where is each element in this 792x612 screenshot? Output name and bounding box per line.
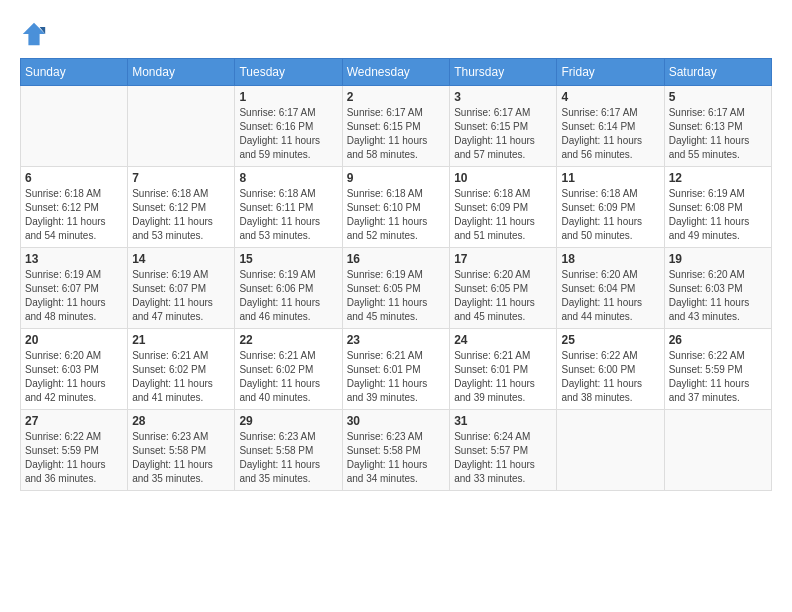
calendar-week-row: 6Sunrise: 6:18 AMSunset: 6:12 PMDaylight…: [21, 167, 772, 248]
day-info: Sunrise: 6:18 AMSunset: 6:12 PMDaylight:…: [132, 187, 230, 243]
calendar-day-cell: 13Sunrise: 6:19 AMSunset: 6:07 PMDayligh…: [21, 248, 128, 329]
calendar-day-cell: 30Sunrise: 6:23 AMSunset: 5:58 PMDayligh…: [342, 410, 450, 491]
day-number: 6: [25, 171, 123, 185]
calendar-day-cell: 9Sunrise: 6:18 AMSunset: 6:10 PMDaylight…: [342, 167, 450, 248]
day-number: 24: [454, 333, 552, 347]
calendar-day-cell: [664, 410, 771, 491]
day-number: 16: [347, 252, 446, 266]
calendar-day-cell: 3Sunrise: 6:17 AMSunset: 6:15 PMDaylight…: [450, 86, 557, 167]
calendar-day-cell: 25Sunrise: 6:22 AMSunset: 6:00 PMDayligh…: [557, 329, 664, 410]
day-info: Sunrise: 6:18 AMSunset: 6:09 PMDaylight:…: [454, 187, 552, 243]
day-number: 25: [561, 333, 659, 347]
calendar-week-row: 27Sunrise: 6:22 AMSunset: 5:59 PMDayligh…: [21, 410, 772, 491]
calendar-day-cell: 24Sunrise: 6:21 AMSunset: 6:01 PMDayligh…: [450, 329, 557, 410]
calendar-day-cell: 29Sunrise: 6:23 AMSunset: 5:58 PMDayligh…: [235, 410, 342, 491]
calendar-day-cell: 27Sunrise: 6:22 AMSunset: 5:59 PMDayligh…: [21, 410, 128, 491]
calendar-day-cell: 12Sunrise: 6:19 AMSunset: 6:08 PMDayligh…: [664, 167, 771, 248]
day-number: 5: [669, 90, 767, 104]
day-number: 14: [132, 252, 230, 266]
calendar-day-cell: 19Sunrise: 6:20 AMSunset: 6:03 PMDayligh…: [664, 248, 771, 329]
calendar-day-cell: 11Sunrise: 6:18 AMSunset: 6:09 PMDayligh…: [557, 167, 664, 248]
day-number: 19: [669, 252, 767, 266]
day-of-week-header: Monday: [128, 59, 235, 86]
calendar-day-cell: [21, 86, 128, 167]
calendar-day-cell: 22Sunrise: 6:21 AMSunset: 6:02 PMDayligh…: [235, 329, 342, 410]
calendar-day-cell: 17Sunrise: 6:20 AMSunset: 6:05 PMDayligh…: [450, 248, 557, 329]
day-info: Sunrise: 6:23 AMSunset: 5:58 PMDaylight:…: [132, 430, 230, 486]
day-info: Sunrise: 6:18 AMSunset: 6:09 PMDaylight:…: [561, 187, 659, 243]
calendar-day-cell: 18Sunrise: 6:20 AMSunset: 6:04 PMDayligh…: [557, 248, 664, 329]
calendar-day-cell: 21Sunrise: 6:21 AMSunset: 6:02 PMDayligh…: [128, 329, 235, 410]
day-number: 2: [347, 90, 446, 104]
calendar-day-cell: 23Sunrise: 6:21 AMSunset: 6:01 PMDayligh…: [342, 329, 450, 410]
day-info: Sunrise: 6:21 AMSunset: 6:02 PMDaylight:…: [132, 349, 230, 405]
calendar-week-row: 20Sunrise: 6:20 AMSunset: 6:03 PMDayligh…: [21, 329, 772, 410]
day-number: 10: [454, 171, 552, 185]
day-info: Sunrise: 6:19 AMSunset: 6:07 PMDaylight:…: [25, 268, 123, 324]
calendar-day-cell: 15Sunrise: 6:19 AMSunset: 6:06 PMDayligh…: [235, 248, 342, 329]
day-of-week-header: Sunday: [21, 59, 128, 86]
day-number: 12: [669, 171, 767, 185]
day-number: 9: [347, 171, 446, 185]
page-header: [20, 20, 772, 48]
day-info: Sunrise: 6:19 AMSunset: 6:08 PMDaylight:…: [669, 187, 767, 243]
logo-icon: [20, 20, 48, 48]
day-number: 3: [454, 90, 552, 104]
calendar-day-cell: [128, 86, 235, 167]
day-number: 17: [454, 252, 552, 266]
calendar-day-cell: 26Sunrise: 6:22 AMSunset: 5:59 PMDayligh…: [664, 329, 771, 410]
day-number: 21: [132, 333, 230, 347]
day-info: Sunrise: 6:21 AMSunset: 6:02 PMDaylight:…: [239, 349, 337, 405]
day-number: 11: [561, 171, 659, 185]
calendar-header-row: SundayMondayTuesdayWednesdayThursdayFrid…: [21, 59, 772, 86]
calendar-day-cell: 14Sunrise: 6:19 AMSunset: 6:07 PMDayligh…: [128, 248, 235, 329]
day-number: 30: [347, 414, 446, 428]
day-of-week-header: Friday: [557, 59, 664, 86]
day-number: 1: [239, 90, 337, 104]
day-info: Sunrise: 6:20 AMSunset: 6:05 PMDaylight:…: [454, 268, 552, 324]
day-info: Sunrise: 6:22 AMSunset: 5:59 PMDaylight:…: [669, 349, 767, 405]
day-info: Sunrise: 6:17 AMSunset: 6:15 PMDaylight:…: [347, 106, 446, 162]
day-of-week-header: Saturday: [664, 59, 771, 86]
svg-marker-0: [23, 23, 45, 45]
calendar-day-cell: 8Sunrise: 6:18 AMSunset: 6:11 PMDaylight…: [235, 167, 342, 248]
day-number: 15: [239, 252, 337, 266]
calendar-day-cell: 16Sunrise: 6:19 AMSunset: 6:05 PMDayligh…: [342, 248, 450, 329]
day-number: 7: [132, 171, 230, 185]
calendar-day-cell: 6Sunrise: 6:18 AMSunset: 6:12 PMDaylight…: [21, 167, 128, 248]
day-info: Sunrise: 6:17 AMSunset: 6:14 PMDaylight:…: [561, 106, 659, 162]
calendar-day-cell: 2Sunrise: 6:17 AMSunset: 6:15 PMDaylight…: [342, 86, 450, 167]
calendar-day-cell: 5Sunrise: 6:17 AMSunset: 6:13 PMDaylight…: [664, 86, 771, 167]
calendar-day-cell: 10Sunrise: 6:18 AMSunset: 6:09 PMDayligh…: [450, 167, 557, 248]
day-number: 23: [347, 333, 446, 347]
day-of-week-header: Wednesday: [342, 59, 450, 86]
day-info: Sunrise: 6:24 AMSunset: 5:57 PMDaylight:…: [454, 430, 552, 486]
logo: [20, 20, 52, 48]
day-info: Sunrise: 6:23 AMSunset: 5:58 PMDaylight:…: [347, 430, 446, 486]
calendar-day-cell: [557, 410, 664, 491]
day-number: 28: [132, 414, 230, 428]
day-info: Sunrise: 6:19 AMSunset: 6:05 PMDaylight:…: [347, 268, 446, 324]
calendar-day-cell: 4Sunrise: 6:17 AMSunset: 6:14 PMDaylight…: [557, 86, 664, 167]
day-info: Sunrise: 6:17 AMSunset: 6:13 PMDaylight:…: [669, 106, 767, 162]
day-info: Sunrise: 6:23 AMSunset: 5:58 PMDaylight:…: [239, 430, 337, 486]
day-number: 18: [561, 252, 659, 266]
day-info: Sunrise: 6:17 AMSunset: 6:16 PMDaylight:…: [239, 106, 337, 162]
calendar-day-cell: 31Sunrise: 6:24 AMSunset: 5:57 PMDayligh…: [450, 410, 557, 491]
calendar-day-cell: 20Sunrise: 6:20 AMSunset: 6:03 PMDayligh…: [21, 329, 128, 410]
day-info: Sunrise: 6:19 AMSunset: 6:06 PMDaylight:…: [239, 268, 337, 324]
calendar-table: SundayMondayTuesdayWednesdayThursdayFrid…: [20, 58, 772, 491]
day-of-week-header: Tuesday: [235, 59, 342, 86]
day-number: 26: [669, 333, 767, 347]
day-info: Sunrise: 6:21 AMSunset: 6:01 PMDaylight:…: [454, 349, 552, 405]
calendar-day-cell: 28Sunrise: 6:23 AMSunset: 5:58 PMDayligh…: [128, 410, 235, 491]
day-number: 27: [25, 414, 123, 428]
day-of-week-header: Thursday: [450, 59, 557, 86]
day-number: 4: [561, 90, 659, 104]
day-number: 22: [239, 333, 337, 347]
calendar-week-row: 13Sunrise: 6:19 AMSunset: 6:07 PMDayligh…: [21, 248, 772, 329]
day-info: Sunrise: 6:20 AMSunset: 6:04 PMDaylight:…: [561, 268, 659, 324]
day-info: Sunrise: 6:19 AMSunset: 6:07 PMDaylight:…: [132, 268, 230, 324]
day-number: 13: [25, 252, 123, 266]
calendar-day-cell: 7Sunrise: 6:18 AMSunset: 6:12 PMDaylight…: [128, 167, 235, 248]
